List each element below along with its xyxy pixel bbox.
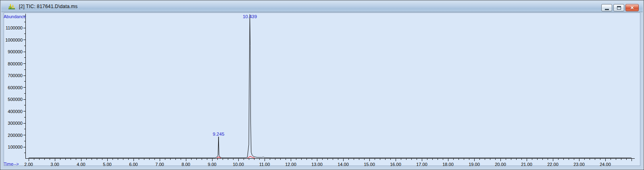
svg-text:15.00: 15.00 — [364, 162, 375, 167]
svg-text:7.00: 7.00 — [155, 162, 164, 167]
y-axis-tick-labels: 1000002000003000004000005000006000007000… — [5, 25, 23, 149]
svg-text:300000: 300000 — [8, 121, 23, 126]
svg-text:400000: 400000 — [8, 109, 23, 114]
y-axis-title: Abundance — [4, 14, 26, 19]
tic-chromatogram-chart[interactable]: 2.003.004.005.006.007.008.009.0010.0011.… — [0, 0, 644, 170]
svg-text:16.00: 16.00 — [390, 162, 401, 167]
svg-text:22.00: 22.00 — [547, 162, 559, 167]
chemstation-chromatogram-window: [2] TIC: 817641.D\data.ms ✕ 2.003.004.00… — [0, 0, 644, 170]
svg-text:1100000: 1100000 — [6, 25, 23, 30]
svg-text:9.245: 9.245 — [213, 132, 225, 136]
svg-text:200000: 200000 — [8, 133, 23, 138]
tic-trace — [29, 15, 631, 158]
svg-text:800000: 800000 — [8, 61, 23, 66]
svg-text:1000000: 1000000 — [5, 38, 23, 42]
svg-text:14.00: 14.00 — [338, 162, 349, 167]
svg-text:24.00: 24.00 — [600, 162, 611, 167]
svg-text:23.00: 23.00 — [573, 162, 585, 167]
svg-text:12.00: 12.00 — [285, 162, 296, 167]
svg-text:4.00: 4.00 — [77, 162, 85, 167]
axes — [25, 14, 635, 158]
svg-text:600000: 600000 — [8, 85, 23, 90]
svg-text:8.00: 8.00 — [181, 162, 190, 167]
svg-text:18.00: 18.00 — [442, 162, 454, 167]
svg-text:700000: 700000 — [8, 73, 23, 78]
svg-text:9.00: 9.00 — [208, 162, 216, 167]
x-axis-tick-labels: 2.003.004.005.006.007.008.009.0010.0011.… — [24, 162, 611, 167]
svg-text:900000: 900000 — [8, 49, 23, 54]
y-axis-ticks — [23, 16, 26, 153]
svg-text:3.00: 3.00 — [50, 162, 59, 167]
svg-text:19.00: 19.00 — [469, 162, 480, 167]
x-axis-ticks — [29, 158, 631, 161]
svg-text:20.00: 20.00 — [495, 162, 506, 167]
svg-text:10.439: 10.439 — [243, 14, 257, 19]
svg-text:100000: 100000 — [8, 145, 23, 149]
svg-text:500000: 500000 — [8, 97, 23, 102]
svg-text:5.00: 5.00 — [103, 162, 111, 167]
svg-text:6.00: 6.00 — [129, 162, 138, 167]
svg-text:13.00: 13.00 — [311, 162, 323, 167]
svg-text:21.00: 21.00 — [521, 162, 532, 167]
x-axis-title: Time--> — [4, 162, 19, 166]
svg-text:17.00: 17.00 — [416, 162, 427, 167]
svg-text:10.00: 10.00 — [233, 162, 244, 167]
svg-text:11.00: 11.00 — [259, 162, 270, 167]
svg-text:2.00: 2.00 — [24, 162, 33, 167]
